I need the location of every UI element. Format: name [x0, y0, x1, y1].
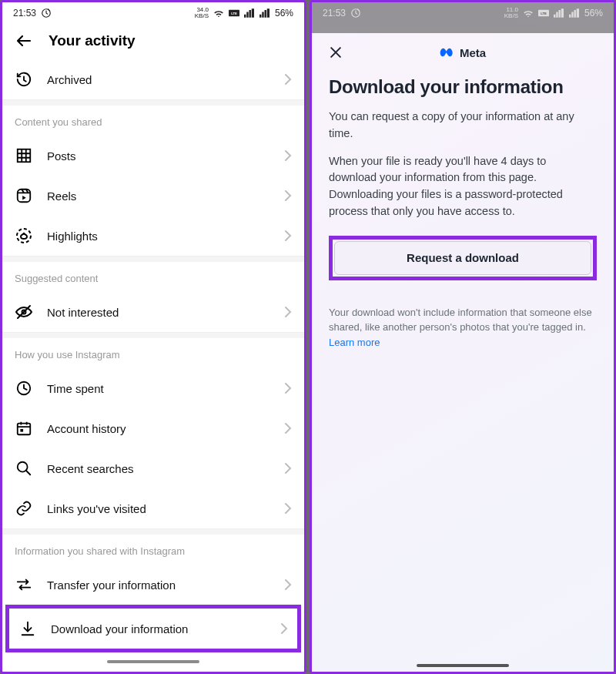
item-account-history[interactable]: Account history — [2, 408, 304, 448]
section-divider — [2, 99, 304, 106]
wifi-icon — [523, 8, 534, 18]
download-icon — [18, 619, 37, 638]
status-time: 21:53 — [323, 8, 346, 18]
sheet-para-1: You can request a copy of your informati… — [312, 106, 614, 150]
signal-icon-2 — [259, 8, 270, 18]
search-icon — [15, 459, 33, 478]
chevron-right-icon — [284, 230, 292, 242]
right-screenshot: 21:53 11.0KB/S LTE 56% Meta — [310, 0, 616, 674]
chevron-right-icon — [284, 578, 292, 591]
item-transfer-info[interactable]: Transfer your information — [2, 565, 304, 605]
svg-rect-4 — [18, 189, 31, 203]
sheet-para-2: When your file is ready you'll have 4 da… — [312, 150, 614, 228]
chevron-right-icon — [284, 382, 292, 394]
highlights-icon — [15, 226, 33, 245]
item-label: Highlights — [47, 230, 270, 243]
net-speed: 34.0KB/S — [195, 7, 209, 19]
item-highlights[interactable]: Highlights — [2, 216, 304, 256]
battery-text: 56% — [275, 8, 293, 18]
link-icon — [15, 499, 33, 518]
svg-rect-3 — [18, 149, 31, 163]
status-bar: 21:53 11.0KB/S LTE 56% — [312, 2, 614, 22]
item-reels[interactable]: Reels — [2, 176, 304, 216]
back-icon[interactable] — [15, 32, 33, 50]
item-label: Links you've visited — [47, 502, 270, 515]
item-time-spent[interactable]: Time spent — [2, 368, 304, 408]
alarm-icon — [41, 8, 52, 18]
battery-text: 56% — [584, 8, 603, 18]
wifi-icon — [213, 8, 224, 18]
chevron-right-icon — [284, 422, 292, 434]
alarm-icon — [350, 8, 361, 18]
net-speed: 11.0KB/S — [504, 7, 518, 19]
item-label: Archived — [47, 73, 270, 86]
svg-rect-8 — [18, 424, 31, 435]
eye-off-icon — [15, 303, 33, 321]
meta-logo: Meta — [346, 46, 580, 59]
signal-icon-2 — [569, 8, 580, 18]
section-divider — [2, 332, 304, 338]
chevron-right-icon — [284, 306, 292, 318]
volte-icon: LTE — [538, 8, 549, 18]
section-header-usage: How you use Instagram — [2, 338, 304, 368]
status-time: 21:53 — [13, 8, 36, 18]
item-links-visited[interactable]: Links you've visited — [2, 488, 304, 528]
sheet-title: Download your information — [312, 70, 614, 106]
clock-icon — [15, 379, 33, 397]
item-label: Not interested — [47, 306, 270, 319]
page-header: Your activity — [2, 22, 304, 59]
item-label: Time spent — [47, 382, 270, 395]
item-label: Posts — [47, 149, 270, 163]
svg-rect-9 — [20, 429, 23, 432]
close-icon[interactable] — [326, 42, 346, 62]
archived-icon — [15, 70, 33, 89]
learn-more-link[interactable]: Learn more — [329, 337, 380, 348]
chevron-right-icon — [284, 73, 292, 86]
svg-point-5 — [17, 229, 31, 243]
item-not-interested[interactable]: Not interested — [2, 292, 304, 332]
grid-icon — [15, 146, 33, 165]
chevron-right-icon — [284, 502, 292, 515]
chevron-right-icon — [284, 462, 292, 474]
item-label: Transfer your information — [47, 578, 270, 592]
section-divider — [2, 528, 304, 535]
section-header-info: Information you shared with Instagram — [2, 535, 304, 565]
reels-icon — [15, 186, 33, 205]
sheet-footnote: Your download won't include information … — [312, 287, 614, 350]
svg-text:LTE: LTE — [541, 12, 547, 15]
signal-icon — [554, 8, 564, 18]
status-bar: 21:53 34.0KB/S LTE 56% — [2, 2, 304, 22]
item-label: Reels — [47, 189, 270, 203]
transfer-icon — [15, 575, 33, 594]
left-screenshot: 21:53 34.0KB/S LTE 56% Your activity — [0, 0, 306, 674]
section-header-content: Content you shared — [2, 106, 304, 136]
sheet-header: Meta — [312, 29, 614, 70]
volte-icon: LTE — [229, 8, 239, 18]
item-label: Recent searches — [47, 462, 270, 475]
calendar-icon — [15, 419, 33, 438]
chevron-right-icon — [284, 149, 292, 162]
highlighted-download-item: Download your information — [5, 605, 301, 652]
chevron-right-icon — [280, 622, 288, 635]
item-archived[interactable]: Archived — [2, 59, 304, 99]
signal-icon — [244, 8, 255, 18]
page-title: Your activity — [49, 32, 136, 49]
svg-text:LTE: LTE — [231, 12, 237, 15]
section-divider — [2, 256, 304, 262]
item-recent-searches[interactable]: Recent searches — [2, 448, 304, 488]
highlighted-request-button: Request a download — [329, 236, 597, 280]
item-download-info[interactable]: Download your information — [9, 609, 297, 649]
nav-handle[interactable] — [107, 660, 199, 663]
item-posts[interactable]: Posts — [2, 136, 304, 176]
item-label: Download your information — [51, 622, 266, 635]
nav-handle[interactable] — [417, 664, 509, 667]
item-label: Account history — [47, 422, 270, 435]
request-download-button[interactable]: Request a download — [334, 241, 591, 275]
section-header-suggested: Suggested content — [2, 262, 304, 292]
chevron-right-icon — [284, 189, 292, 202]
